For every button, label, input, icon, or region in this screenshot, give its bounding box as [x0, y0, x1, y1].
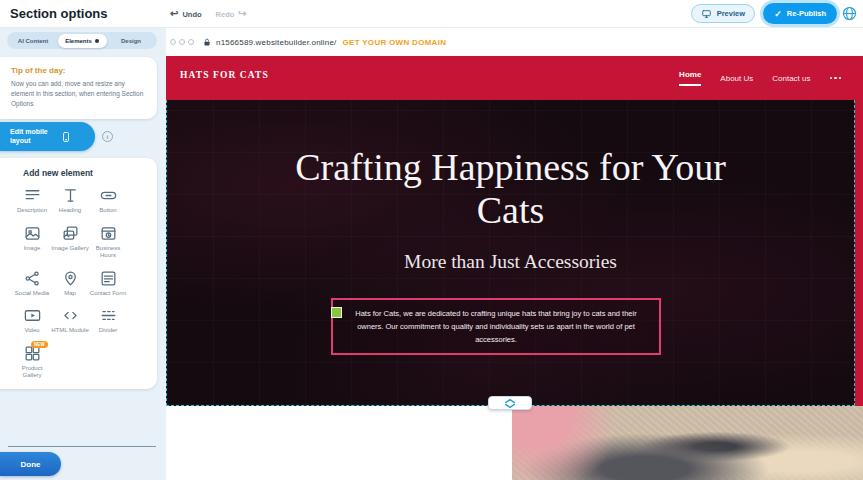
- image-gallery-icon: [61, 224, 80, 243]
- element-html-module[interactable]: HTML Module: [51, 306, 89, 335]
- element-label: Image Gallery: [51, 245, 88, 253]
- lock-icon: [202, 37, 212, 48]
- element-label: Social Media: [15, 290, 49, 298]
- redo-button[interactable]: Redo ↪: [216, 9, 247, 19]
- nav-item-about-us[interactable]: About Us: [720, 74, 753, 83]
- get-domain-link[interactable]: GET YOUR OWN DOMAIN: [343, 38, 447, 47]
- element-product-gallery[interactable]: NEW Product Gallery: [13, 344, 51, 380]
- button-icon: [99, 186, 118, 205]
- hero-title[interactable]: Crafting Happiness for Your Cats: [276, 146, 746, 231]
- sidebar: AI Content Elements Design Tip of the da…: [0, 28, 166, 480]
- nav-more-icon[interactable]: [830, 73, 842, 83]
- redo-label: Redo: [216, 10, 235, 19]
- sidebar-divider: [8, 446, 156, 447]
- nav-item-contact-us[interactable]: Contact us: [772, 74, 810, 83]
- page-title: Section options: [10, 0, 108, 28]
- site-preview: HATS FOR CATS Home About Us Contact us C…: [166, 56, 863, 480]
- element-image-gallery[interactable]: Image Gallery: [51, 224, 89, 260]
- selection-handle[interactable]: [331, 307, 342, 318]
- history-controls: ↩ Undo Redo ↪: [170, 0, 247, 28]
- redo-icon: ↪: [238, 9, 246, 19]
- element-grid: Description Heading Button Image Image G…: [13, 186, 157, 380]
- contact-form-icon: [99, 269, 118, 288]
- element-contact-form[interactable]: Contact Form: [89, 269, 127, 298]
- element-label: Business Hours: [89, 245, 127, 260]
- done-button[interactable]: Done: [0, 452, 61, 476]
- language-globe-icon[interactable]: [841, 5, 858, 22]
- republish-label: Re-Publish: [787, 9, 826, 18]
- element-label: Description: [17, 207, 47, 215]
- video-icon: [23, 306, 42, 325]
- window-dot: [188, 39, 194, 45]
- browser-bar: n1566589.websitebuilder.online/ GET YOUR…: [166, 28, 863, 56]
- site-right-edge: [855, 100, 863, 406]
- add-element-panel: Add new element Description Heading Butt…: [0, 158, 157, 389]
- tab-design[interactable]: Design: [107, 34, 156, 48]
- tab-ai-content[interactable]: AI Content: [9, 34, 58, 48]
- element-image[interactable]: Image: [13, 224, 51, 260]
- sidebar-tabs: AI Content Elements Design: [7, 32, 157, 49]
- edit-mobile-layout-button[interactable]: Edit mobile layout: [0, 122, 95, 151]
- tab-elements[interactable]: Elements: [58, 34, 107, 48]
- smartphone-icon: [60, 128, 72, 146]
- preview-button[interactable]: Preview: [691, 4, 755, 23]
- hero-section: Crafting Happiness for Your Cats More th…: [166, 100, 855, 406]
- tab-design-label: Design: [121, 38, 141, 44]
- section-resize-handle[interactable]: [488, 396, 532, 410]
- social-media-icon: [23, 269, 42, 288]
- tip-body: Now you can add, move and resize any ele…: [11, 79, 146, 109]
- republish-button[interactable]: ✓ Re-Publish: [763, 3, 837, 24]
- html-module-icon: [61, 306, 80, 325]
- site-url[interactable]: n1566589.websitebuilder.online/: [216, 38, 337, 47]
- element-button[interactable]: Button: [89, 186, 127, 215]
- elements-tab-badge-dot: [95, 39, 99, 43]
- element-social-media[interactable]: Social Media: [13, 269, 51, 298]
- nav-item-home[interactable]: Home: [679, 70, 701, 86]
- site-header: HATS FOR CATS Home About Us Contact us: [166, 56, 863, 100]
- topbar: Section options ↩ Undo Redo ↪ Preview ✓ …: [0, 0, 863, 28]
- hero-subtitle[interactable]: More than Just Accessories: [167, 251, 854, 273]
- edit-mobile-layout-label: Edit mobile layout: [10, 128, 54, 146]
- add-element-title: Add new element: [0, 168, 157, 178]
- element-label: Button: [99, 207, 116, 215]
- element-label: Heading: [59, 207, 81, 215]
- tab-elements-label: Elements: [65, 38, 92, 44]
- element-description[interactable]: Description: [13, 186, 51, 215]
- divider-icon: [99, 306, 118, 325]
- element-divider[interactable]: Divider: [89, 306, 127, 335]
- element-map[interactable]: Map: [51, 269, 89, 298]
- description-icon: [23, 186, 42, 205]
- next-section-image[interactable]: [512, 406, 863, 480]
- element-label: Contact Form: [90, 290, 126, 298]
- window-control-dots: [170, 39, 194, 45]
- element-label: Divider: [99, 327, 118, 335]
- element-video[interactable]: Video: [13, 306, 51, 335]
- new-badge: NEW: [31, 341, 48, 348]
- window-dot: [179, 39, 185, 45]
- app-window: Section options ↩ Undo Redo ↪ Preview ✓ …: [0, 0, 863, 480]
- undo-button[interactable]: ↩ Undo: [170, 9, 202, 19]
- hero-textbox[interactable]: Hats for Cats, we are dedicated to craft…: [331, 298, 661, 355]
- preview-label: Preview: [717, 9, 745, 18]
- site-nav: Home About Us Contact us: [679, 56, 863, 100]
- tip-of-the-day-card: Tip of the day: Now you can add, move an…: [0, 57, 157, 119]
- site-logo[interactable]: HATS FOR CATS: [180, 70, 269, 80]
- tab-ai-content-label: AI Content: [18, 38, 48, 44]
- image-icon: [23, 224, 42, 243]
- element-label: HTML Module: [51, 327, 88, 335]
- element-label: Video: [24, 327, 39, 335]
- element-heading[interactable]: Heading: [51, 186, 89, 215]
- element-label: Product Gallery: [13, 365, 51, 380]
- undo-icon: ↩: [170, 9, 178, 19]
- element-label: Map: [64, 290, 76, 298]
- heading-icon: [61, 186, 80, 205]
- info-icon[interactable]: i: [102, 131, 113, 142]
- business-hours-icon: [99, 224, 118, 243]
- tip-title: Tip of the day:: [11, 66, 146, 75]
- hero-body-text: Hats for Cats, we are dedicated to craft…: [355, 309, 636, 344]
- check-icon: ✓: [774, 9, 782, 19]
- undo-label: Undo: [182, 10, 201, 19]
- window-dot: [170, 39, 176, 45]
- element-business-hours[interactable]: Business Hours: [89, 224, 127, 260]
- map-icon: [61, 269, 80, 288]
